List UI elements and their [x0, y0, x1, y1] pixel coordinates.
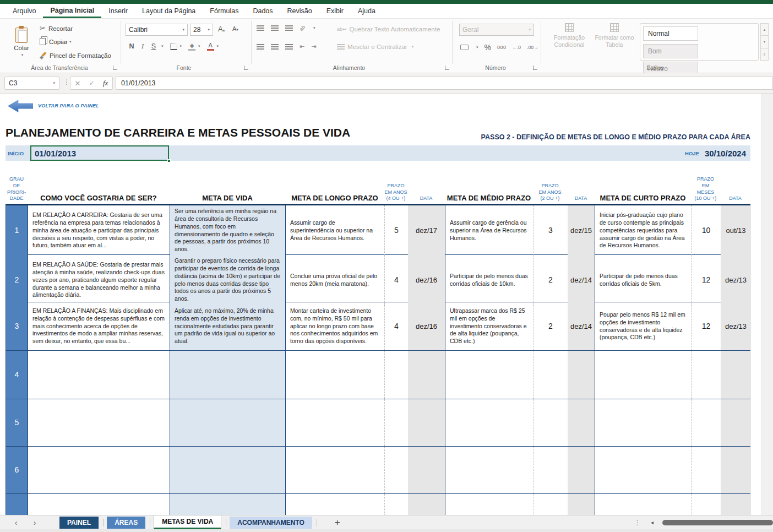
- prazo-anos-cell[interactable]: [534, 351, 568, 399]
- meta-curto-cell[interactable]: [595, 399, 692, 446]
- data-cell[interactable]: [721, 447, 751, 493]
- decrease-indent-icon[interactable]: ⇤: [300, 43, 304, 50]
- decrease-decimal-icon[interactable]: .00→: [527, 45, 538, 50]
- priority-cell[interactable]: 3: [6, 302, 28, 350]
- prazo-anos-cell[interactable]: [385, 351, 408, 399]
- meta-longo-cell[interactable]: [286, 494, 385, 515]
- prazo-anos-cell[interactable]: 2: [534, 302, 568, 350]
- tabbar-grip-icon[interactable]: ⋮: [634, 519, 641, 526]
- align-top-icon[interactable]: [257, 25, 264, 31]
- data-cell[interactable]: dez/16: [408, 302, 445, 350]
- meta-vida-cell[interactable]: Ser uma referência em minha região na ár…: [170, 205, 286, 256]
- data-cell[interactable]: [568, 494, 595, 515]
- data-cell[interactable]: [721, 351, 751, 399]
- cancel-icon[interactable]: ✕: [75, 79, 81, 88]
- vertical-scrollbar-track[interactable]: [761, 94, 773, 515]
- cut-button[interactable]: ✂ Recortar: [40, 24, 73, 32]
- prazo-meses-cell[interactable]: 12: [692, 302, 721, 350]
- conditional-formatting-button[interactable]: Formatação Condicional: [549, 23, 589, 48]
- data-cell[interactable]: [721, 399, 751, 446]
- meta-curto-cell[interactable]: Poupar pelo menos R$ 12 mil em opções de…: [595, 302, 692, 350]
- meta-medio-cell[interactable]: [445, 447, 534, 493]
- name-box[interactable]: C3 ▾: [4, 77, 59, 90]
- font-color-button[interactable]: A: [207, 42, 214, 51]
- prazo-meses-cell[interactable]: [692, 447, 721, 493]
- increase-font-size-button[interactable]: A▴: [218, 25, 225, 33]
- prazo-anos-cell[interactable]: 5: [385, 205, 408, 256]
- prazo-meses-cell[interactable]: 10: [692, 205, 721, 256]
- prazo-meses-cell[interactable]: [692, 351, 721, 399]
- meta-longo-cell[interactable]: [286, 351, 385, 399]
- meta-longo-cell[interactable]: Concluir uma prova oficial de pelo menos…: [286, 255, 385, 305]
- data-cell[interactable]: dez/17: [408, 205, 445, 256]
- prazo-anos-cell[interactable]: [385, 447, 408, 493]
- desc-cell[interactable]: [28, 351, 170, 399]
- enter-icon[interactable]: ✓: [89, 79, 95, 87]
- prazo-anos-cell[interactable]: 4: [385, 255, 408, 305]
- ribbon-tab-arquivo[interactable]: Arquivo: [6, 4, 43, 18]
- desc-cell[interactable]: EM RELAÇÃO A SAÚDE: Gostaria de prestar …: [28, 255, 170, 305]
- meta-medio-cell[interactable]: Ultrapassar marca dos R$ 25 mil em opçõe…: [445, 302, 534, 350]
- sheet-tab-painel[interactable]: PAINEL: [59, 517, 99, 529]
- sheet-tab-areas[interactable]: ÁREAS: [107, 517, 145, 529]
- inicio-date-cell[interactable]: 01/01/2013: [30, 145, 169, 161]
- ribbon-tab-pagina-inicial[interactable]: Página Inicial: [43, 4, 101, 18]
- meta-longo-cell[interactable]: [286, 399, 385, 446]
- ribbon-tab-exibir[interactable]: Exibir: [319, 4, 351, 18]
- comma-style-icon[interactable]: 000: [497, 45, 507, 50]
- formula-input[interactable]: 01/01/2013: [116, 77, 773, 90]
- meta-medio-cell[interactable]: Participar de pelo menos duas corridas o…: [445, 255, 534, 305]
- back-arrow-shape[interactable]: [8, 100, 33, 112]
- ribbon-tab-ajuda[interactable]: Ajuda: [351, 4, 383, 18]
- wrap-text-button[interactable]: ab↩ Quebrar Texto Automaticamente: [337, 26, 440, 32]
- ribbon-tab-layout[interactable]: Layout da Página: [135, 4, 203, 18]
- data-cell[interactable]: [568, 351, 595, 399]
- meta-vida-cell[interactable]: Garantir o preparo físico necessário par…: [170, 255, 286, 305]
- priority-cell[interactable]: 5: [6, 399, 28, 446]
- data-cell[interactable]: [721, 494, 751, 515]
- ribbon-tab-revisao[interactable]: Revisão: [280, 4, 319, 18]
- data-cell[interactable]: [408, 351, 445, 399]
- sheet-tab-acompanhamento[interactable]: ACOMPANHAMENTO: [230, 517, 312, 529]
- percent-style-icon[interactable]: %: [485, 43, 491, 52]
- meta-curto-cell[interactable]: Participar de pelo menos duas corridas o…: [595, 255, 692, 305]
- meta-medio-cell[interactable]: Assumir cargo de gerência ou superior na…: [445, 205, 534, 256]
- borders-icon[interactable]: [170, 43, 177, 50]
- desc-cell[interactable]: [28, 399, 170, 446]
- data-cell[interactable]: dez/13: [721, 255, 751, 305]
- font-dialog-launcher-icon[interactable]: [244, 66, 248, 70]
- align-middle-icon[interactable]: [271, 25, 279, 31]
- meta-curto-cell[interactable]: [595, 494, 692, 515]
- desc-cell[interactable]: EM RELAÇÃO A CARREIRA: Gostaria de ser u…: [28, 205, 170, 256]
- format-painter-button[interactable]: Pincel de Formatação: [40, 52, 111, 59]
- prazo-meses-cell[interactable]: 12: [692, 255, 721, 305]
- meta-longo-cell[interactable]: [286, 447, 385, 493]
- clipboard-dialog-launcher-icon[interactable]: [113, 66, 117, 70]
- data-cell[interactable]: [408, 399, 445, 446]
- meta-curto-cell[interactable]: [595, 351, 692, 399]
- underline-button[interactable]: S: [149, 42, 159, 50]
- font-family-combo[interactable]: Calibri▾: [126, 24, 188, 36]
- align-bottom-icon[interactable]: [285, 25, 293, 31]
- sheet-tab-metas-de-vida[interactable]: METAS DE VIDA: [154, 515, 221, 529]
- tab-scroll-right-icon[interactable]: ›: [25, 518, 44, 527]
- increase-indent-icon[interactable]: ⇥: [311, 43, 316, 50]
- prazo-anos-cell[interactable]: [385, 494, 408, 515]
- font-size-combo[interactable]: 28▾: [190, 24, 213, 36]
- desc-cell[interactable]: [28, 447, 170, 493]
- cell-style-bom[interactable]: Bom: [643, 44, 698, 58]
- formula-bar-grip-icon[interactable]: ⋮: [63, 78, 70, 86]
- meta-medio-cell[interactable]: [445, 494, 534, 515]
- horizontal-scrollbar-thumb[interactable]: [662, 520, 773, 525]
- data-cell[interactable]: [408, 447, 445, 493]
- prazo-meses-cell[interactable]: [692, 494, 721, 515]
- merge-center-button[interactable]: Mesclar e Centralizar ▾: [337, 44, 413, 50]
- styles-more-icon[interactable]: ⇳: [760, 48, 769, 61]
- data-cell[interactable]: [568, 399, 595, 446]
- priority-cell[interactable]: 4: [6, 351, 28, 399]
- meta-longo-cell[interactable]: Assumir cargo de superintendência ou sup…: [286, 205, 385, 256]
- accounting-format-icon[interactable]: [460, 45, 469, 50]
- bold-button[interactable]: N: [127, 42, 137, 50]
- data-cell[interactable]: dez/15: [568, 205, 595, 256]
- priority-cell[interactable]: 1: [6, 205, 28, 256]
